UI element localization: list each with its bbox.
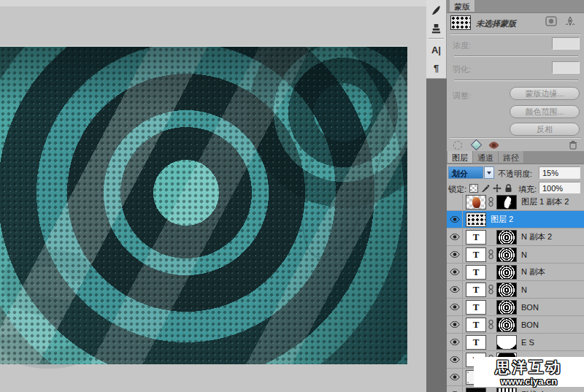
- masks-divider-1: [450, 34, 581, 35]
- feather-slider[interactable]: [454, 80, 578, 81]
- layer-row[interactable]: TE S: [447, 334, 584, 351]
- layer-visibility-eye-icon[interactable]: [447, 386, 463, 392]
- layer-thumbnail[interactable]: T: [466, 230, 486, 245]
- paragraph-panel-icon[interactable]: ¶: [426, 60, 446, 76]
- masks-panel-header: 蒙版: [447, 0, 584, 13]
- layers-panel-header: 图层 通道 路径: [447, 151, 584, 164]
- layer-name: N 副本: [521, 266, 545, 277]
- load-selection-icon[interactable]: [451, 139, 464, 150]
- layer-name: BON: [521, 303, 539, 312]
- layer-mask-thumbnail[interactable]: [496, 247, 517, 262]
- mask-link-chain-icon[interactable]: [487, 250, 494, 259]
- density-slider[interactable]: [454, 55, 578, 57]
- layer-mask-thumbnail[interactable]: [496, 318, 517, 332]
- lock-position-icon[interactable]: [492, 183, 502, 193]
- mask-link-chain-icon[interactable]: [487, 197, 494, 207]
- canvas-area: S: [0, 0, 426, 392]
- density-input[interactable]: [552, 37, 580, 50]
- tab-layers[interactable]: 图层: [447, 151, 473, 163]
- layer-visibility-eye-icon[interactable]: [447, 281, 463, 298]
- disable-mask-eye-icon[interactable]: [487, 139, 500, 150]
- feather-label: 羽化:: [453, 64, 471, 75]
- watermark-line1: 思洋互动: [496, 358, 563, 377]
- color-range-button[interactable]: 颜色范围...: [510, 105, 580, 118]
- layer-row[interactable]: TBON: [447, 316, 584, 334]
- layer-row[interactable]: 形状 4: [447, 386, 584, 392]
- layer-thumbnail[interactable]: [466, 388, 486, 392]
- layer-thumbnail[interactable]: T: [466, 265, 486, 280]
- blend-mode-select[interactable]: 划分: [448, 166, 483, 179]
- layer-row[interactable]: TN: [447, 281, 584, 299]
- layer-visibility-eye-icon[interactable]: [447, 228, 463, 245]
- clone-source-icon[interactable]: [426, 20, 446, 36]
- layer-mask-thumbnail[interactable]: [496, 300, 517, 315]
- layer-thumbnail[interactable]: T: [466, 318, 486, 332]
- layer-row[interactable]: TN: [447, 246, 584, 264]
- layer-thumbnail[interactable]: [466, 212, 486, 227]
- layer-row[interactable]: 图层 2: [447, 211, 584, 228]
- layer-row[interactable]: TN 副本 2: [447, 228, 584, 246]
- vector-mask-button[interactable]: [564, 15, 577, 27]
- pixel-mask-button[interactable]: [545, 15, 558, 27]
- tab-paths[interactable]: 路径: [499, 151, 524, 163]
- layer-name: 图层 1 副本 2: [521, 196, 569, 207]
- layer-visibility-empty[interactable]: [447, 193, 463, 210]
- layer-name: N: [521, 285, 527, 294]
- layer-visibility-eye-icon[interactable]: [447, 316, 463, 333]
- layer-name: 图层 2: [491, 214, 513, 225]
- layer-thumbnail[interactable]: [466, 195, 486, 210]
- layer-visibility-eye-icon[interactable]: [447, 299, 463, 315]
- right-panel-group: 蒙版 未选择蒙版 浓度: 羽化: 调整: 蒙版边缘... 颜色范围... 反相: [447, 0, 584, 392]
- document-artwork[interactable]: S: [0, 46, 407, 364]
- tab-channels[interactable]: 通道: [473, 151, 499, 163]
- layer-mask-thumbnail[interactable]: [496, 195, 517, 210]
- layer-mask-thumbnail[interactable]: [496, 265, 517, 280]
- layer-visibility-eye-icon[interactable]: [447, 369, 463, 385]
- brush-panel-icon[interactable]: [426, 2, 446, 18]
- mask-link-chain-icon[interactable]: [487, 285, 494, 294]
- layer-visibility-eye-icon[interactable]: [447, 211, 463, 228]
- lock-pixels-icon[interactable]: [480, 183, 490, 193]
- delete-mask-trash-icon[interactable]: [566, 139, 580, 150]
- layer-mask-thumbnail[interactable]: [496, 335, 517, 350]
- layer-visibility-eye-icon[interactable]: [447, 334, 463, 350]
- mask-thumbnail[interactable]: [450, 15, 471, 30]
- watermark: 思洋互动 www.ciya.cn: [474, 357, 584, 387]
- layer-thumbnail[interactable]: T: [466, 300, 486, 315]
- tab-masks[interactable]: 蒙版: [450, 0, 475, 12]
- layer-mask-thumbnail[interactable]: [496, 388, 517, 392]
- lock-transparency-icon[interactable]: [469, 183, 478, 193]
- layer-visibility-eye-icon[interactable]: [447, 264, 463, 280]
- layer-row[interactable]: 图层 1 副本 2: [447, 193, 584, 211]
- ghost-letter: S: [0, 226, 97, 392]
- layer-thumbnail[interactable]: T: [466, 247, 486, 262]
- layer-row[interactable]: TN 副本: [447, 264, 584, 281]
- collapsed-panels-dock: A| ¶: [426, 0, 447, 79]
- feather-input[interactable]: [552, 61, 580, 74]
- masks-divider-2: [450, 137, 581, 139]
- opacity-value[interactable]: 15%: [539, 166, 580, 179]
- density-label: 浓度:: [453, 40, 471, 51]
- layer-thumbnail[interactable]: T: [466, 335, 486, 350]
- character-panel-icon[interactable]: A|: [426, 42, 446, 58]
- invert-button[interactable]: 反相: [510, 123, 580, 136]
- photoshop-window: S A| ¶ 蒙版 未选择蒙版: [0, 0, 584, 392]
- fill-value[interactable]: 100%: [539, 182, 580, 194]
- layer-visibility-eye-icon[interactable]: [447, 351, 463, 368]
- layer-name: E S: [521, 338, 534, 347]
- ghost-figure: [287, 64, 400, 267]
- canvas-top-strip: [0, 0, 426, 7]
- mask-link-chain-icon[interactable]: [487, 320, 494, 329]
- lock-all-icon[interactable]: [504, 183, 513, 193]
- apply-mask-icon[interactable]: [469, 139, 483, 150]
- blend-mode-arrow[interactable]: [484, 166, 494, 179]
- layer-mask-thumbnail[interactable]: [496, 283, 517, 297]
- opacity-label: 不透明度:: [498, 169, 532, 180]
- layer-name: 形状 4: [521, 389, 544, 392]
- layer-name: BON: [521, 320, 539, 329]
- mask-edge-button[interactable]: 蒙版边缘...: [510, 87, 580, 100]
- layer-visibility-eye-icon[interactable]: [447, 246, 463, 263]
- layer-thumbnail[interactable]: T: [466, 283, 486, 297]
- layer-row[interactable]: TBON: [447, 299, 584, 316]
- layer-mask-thumbnail[interactable]: [496, 230, 517, 245]
